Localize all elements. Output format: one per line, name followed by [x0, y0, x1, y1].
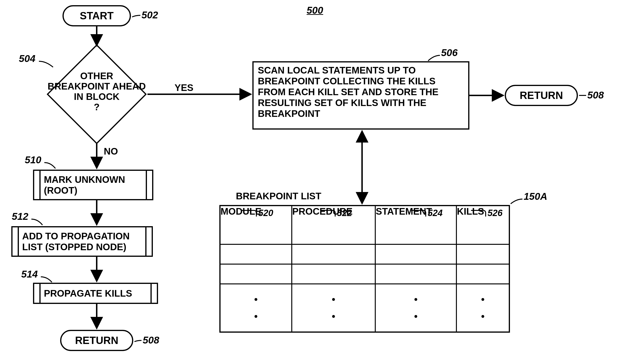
add-propagation-ref: 512	[12, 211, 28, 222]
propagate-node: PROPAGATE KILLS	[33, 283, 158, 304]
scan-ref: 506	[441, 47, 458, 58]
start-node: START	[63, 5, 131, 26]
scan-node: SCAN LOCAL STATEMENTS UP TO BREAKPOINT C…	[252, 61, 470, 130]
add-propagation-text: ADD TO PROPAGATION LIST (STOPPED NODE)	[18, 227, 147, 256]
table-row	[220, 264, 509, 284]
return-bottom-ref: 508	[143, 334, 159, 346]
return-top-label: RETURN	[520, 90, 563, 101]
col-module: 520 MODULE	[220, 206, 292, 245]
col-statement: 524 STATEMENT	[375, 206, 456, 245]
return-bottom-node: RETURN	[60, 330, 133, 351]
propagate-ref: 514	[21, 268, 38, 280]
mark-unknown-ref: 510	[25, 154, 41, 166]
return-top-node: RETURN	[505, 85, 578, 106]
edge-yes: YES	[175, 82, 194, 93]
start-ref: 502	[142, 9, 158, 21]
flowchart-figure: 500 START 502 OTHERBREAKPOINT AHEADIN BL…	[0, 0, 626, 364]
propagate-text: PROPAGATE KILLS	[39, 284, 152, 303]
figure-ref: 500	[307, 5, 323, 16]
start-label: START	[80, 10, 114, 22]
table-continuation-row	[220, 284, 509, 332]
decision-ref: 504	[19, 53, 35, 64]
table-title: BREAKPOINT LIST	[236, 191, 321, 201]
decision-text: OTHERBREAKPOINT AHEADIN BLOCK?	[47, 71, 146, 112]
mark-unknown-text: MARK UNKNOWN (ROOT)	[39, 171, 147, 199]
table-ref: 150A	[524, 191, 547, 202]
col-kills: 526 KILLS	[456, 206, 509, 245]
add-propagation-node: ADD TO PROPAGATION LIST (STOPPED NODE)	[11, 226, 153, 257]
col-procedure: 522 PROCEDURE	[292, 206, 375, 245]
table-header-row: 520 MODULE 522 PROCEDURE 524 STATEMENT 5…	[220, 206, 509, 245]
return-top-ref: 508	[587, 90, 604, 101]
breakpoint-table: 520 MODULE 522 PROCEDURE 524 STATEMENT 5…	[219, 205, 510, 333]
table-row	[220, 244, 509, 264]
edge-no: NO	[104, 146, 118, 157]
return-bottom-label: RETURN	[75, 334, 118, 346]
mark-unknown-node: MARK UNKNOWN (ROOT)	[33, 170, 153, 200]
